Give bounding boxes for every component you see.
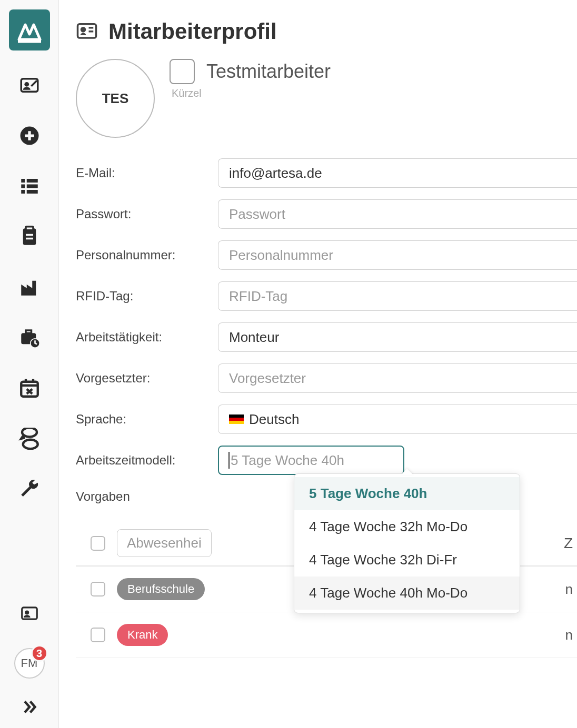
nav-clipboard-icon[interactable]	[14, 221, 45, 252]
password-label: Passwort:	[76, 207, 218, 221]
sidebar: FM 3	[0, 0, 59, 728]
page-header: Mitarbeiterprofil	[76, 19, 577, 44]
row-checkbox[interactable]	[91, 582, 105, 596]
svg-rect-11	[26, 227, 33, 230]
nav-employees-icon[interactable]	[14, 69, 45, 101]
main-content: Mitarbeiterprofil TES Testmitarbeiter Kü…	[59, 0, 577, 728]
absence-tag[interactable]: Krank	[117, 624, 168, 646]
activity-value: Monteur	[229, 329, 279, 346]
worktime-dropdown: 5 Tage Woche 40h 4 Tage Woche 32h Mo-Do …	[294, 473, 520, 613]
worktime-combo[interactable]: 5 Tage Woche 40h	[218, 446, 404, 475]
svg-rect-15	[26, 330, 32, 333]
select-all-checkbox[interactable]	[91, 536, 105, 551]
kuerzel-label: Kürzel	[172, 87, 331, 99]
dropdown-option[interactable]: 5 Tage Woche 40h	[294, 477, 520, 510]
notification-badge[interactable]: 3	[31, 645, 48, 662]
svg-rect-17	[21, 382, 38, 397]
rfid-input[interactable]	[218, 281, 577, 311]
dropdown-option[interactable]: 4 Tage Woche 40h Mo-Do	[294, 577, 520, 610]
color-picker[interactable]	[170, 59, 195, 84]
activity-select[interactable]: Monteur	[218, 322, 577, 352]
language-select[interactable]: Deutsch	[218, 405, 577, 434]
supervisor-input[interactable]	[218, 363, 577, 393]
language-value: Deutsch	[249, 411, 299, 428]
logo-icon	[14, 14, 45, 46]
worktime-label: Arbeitszeitmodell:	[76, 453, 218, 468]
svg-point-24	[82, 28, 85, 32]
profile-row: TES Testmitarbeiter Kürzel	[76, 59, 577, 138]
email-input[interactable]	[218, 158, 577, 188]
email-label: E-Mail:	[76, 166, 218, 180]
app-logo[interactable]	[9, 9, 50, 50]
nav-calendar-x-icon[interactable]	[14, 372, 45, 404]
nav-briefcase-time-icon[interactable]	[14, 322, 45, 353]
row-value: n	[565, 581, 573, 598]
page-title: Mitarbeiterprofil	[108, 19, 277, 44]
svg-point-2	[24, 82, 29, 87]
nav-list-icon[interactable]	[14, 170, 45, 202]
employee-avatar[interactable]: TES	[76, 59, 155, 138]
text-caret	[228, 452, 230, 469]
avatar-initials: TES	[102, 90, 129, 107]
svg-rect-8	[21, 190, 25, 194]
password-input[interactable]	[218, 199, 577, 229]
dropdown-option[interactable]: 4 Tage Woche 32h Mo-Do	[294, 510, 520, 543]
supervisor-label: Vorgesetzter:	[76, 371, 218, 386]
row-value: n	[565, 627, 573, 643]
current-user-avatar[interactable]: FM 3	[14, 648, 45, 679]
personnel-input[interactable]	[218, 240, 577, 270]
nav-factory-icon[interactable]	[14, 271, 45, 303]
employee-name[interactable]: Testmitarbeiter	[206, 60, 331, 83]
language-label: Sprache:	[76, 412, 218, 427]
nav-wrench-icon[interactable]	[14, 473, 45, 505]
nav-add-icon[interactable]	[14, 120, 45, 151]
personnel-label: Personalnummer:	[76, 248, 218, 262]
absence-tag[interactable]: Berufsschule	[117, 578, 205, 600]
id-card-icon	[76, 19, 98, 44]
flag-de-icon	[229, 414, 244, 424]
svg-rect-6	[21, 185, 25, 188]
svg-rect-4	[21, 179, 25, 183]
svg-rect-7	[26, 185, 37, 188]
svg-point-22	[25, 610, 29, 614]
rfid-label: RFID-Tag:	[76, 289, 218, 304]
nav-presentation-icon[interactable]	[14, 598, 45, 629]
absence-filter[interactable]: Abwesenhei	[117, 529, 212, 557]
svg-rect-9	[26, 190, 37, 194]
sidebar-expand-icon[interactable]	[20, 697, 39, 719]
activity-label: Arbeitstätigkeit:	[76, 330, 218, 345]
worktime-placeholder: 5 Tage Woche 40h	[231, 452, 344, 469]
row-checkbox[interactable]	[91, 628, 105, 642]
nav-chat-icon[interactable]	[14, 423, 45, 454]
form: E-Mail: Passwort: Personalnummer: RFID-T…	[76, 153, 577, 517]
dropdown-option[interactable]: 4 Tage Woche 32h Di-Fr	[294, 543, 520, 577]
col-z: Z	[564, 535, 573, 552]
svg-rect-5	[26, 179, 37, 183]
table-row: Krank n	[76, 612, 577, 658]
